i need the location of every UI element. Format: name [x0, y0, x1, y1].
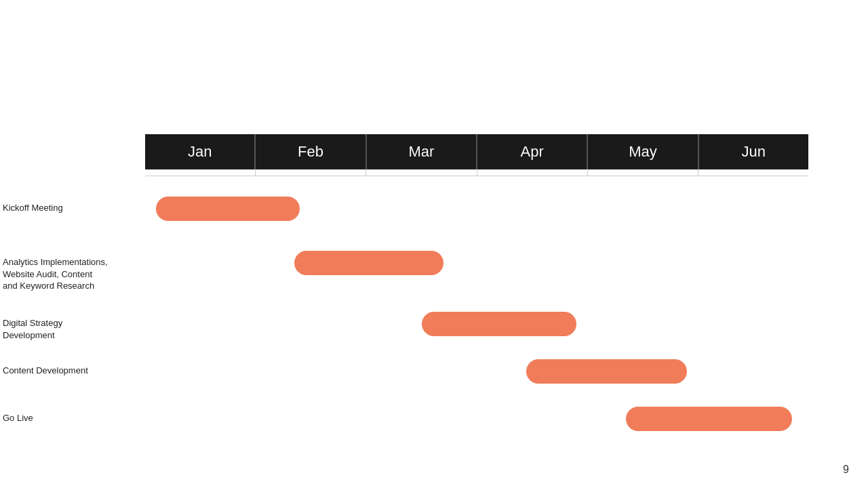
month-apr: Apr — [477, 134, 588, 169]
month-jan: Jan — [145, 134, 256, 169]
page-number: 9 — [843, 464, 849, 476]
gantt-chart: Jan Feb Mar Apr May Jun Kickoff MeetingA… — [145, 134, 808, 461]
tick-feb — [256, 169, 366, 176]
tick-mar — [366, 169, 477, 176]
gantt-bar-content-dev — [526, 359, 686, 384]
gantt-body: Kickoff MeetingAnalytics Implementations… — [145, 176, 808, 461]
task-label-content-dev: Content Development — [3, 365, 138, 377]
task-label-digital-strategy: Digital Strategy Development — [3, 317, 138, 341]
gantt-bar-analytics — [294, 251, 443, 275]
tick-jan — [145, 169, 256, 176]
task-label-go-live: Go Live — [3, 412, 138, 424]
month-jun: Jun — [699, 134, 808, 169]
task-label-kickoff: Kickoff Meeting — [3, 202, 138, 214]
tick-apr — [477, 169, 588, 176]
gantt-header: Jan Feb Mar Apr May Jun — [145, 134, 808, 169]
month-may: May — [588, 134, 698, 169]
gantt-bar-kickoff — [156, 197, 300, 221]
month-mar: Mar — [367, 134, 477, 169]
gantt-bar-go-live — [626, 407, 792, 431]
task-label-analytics: Analytics Implementations, Website Audit… — [3, 256, 138, 292]
tick-may — [588, 169, 698, 176]
gantt-bar-digital-strategy — [422, 312, 576, 336]
month-feb: Feb — [256, 134, 366, 169]
tick-jun — [698, 169, 808, 176]
tick-row — [145, 169, 808, 176]
